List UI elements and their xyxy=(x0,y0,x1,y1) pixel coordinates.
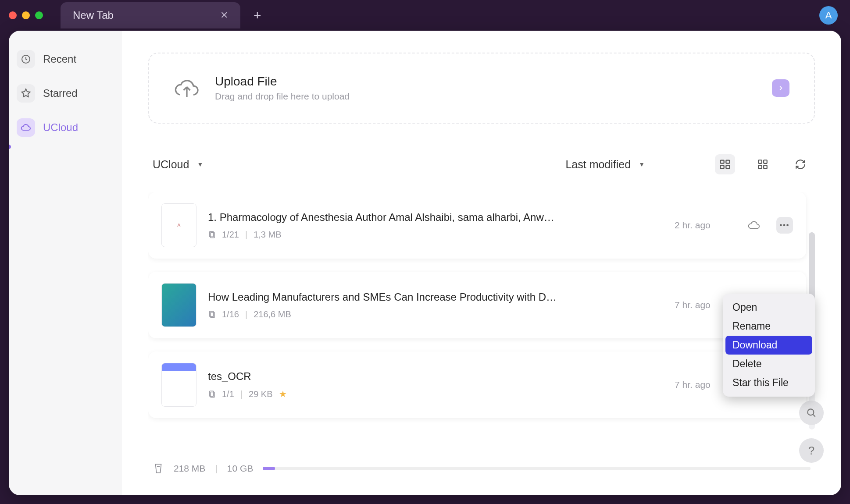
file-more-button[interactable]: ••• xyxy=(776,217,793,234)
file-thumbnail: A xyxy=(161,203,196,247)
storage-icon xyxy=(153,463,164,474)
file-size: 1,3 MB xyxy=(254,230,281,240)
pages-icon xyxy=(208,231,216,238)
sidebar-item-recent[interactable]: Recent xyxy=(17,48,114,70)
grid-view-button[interactable] xyxy=(753,154,773,174)
cloud-sync-icon xyxy=(747,220,765,231)
star-icon: ★ xyxy=(279,389,287,399)
file-size: 29 KB xyxy=(249,389,272,399)
sort-label: Last modified xyxy=(565,158,631,171)
svg-rect-7 xyxy=(758,165,762,169)
sidebar-item-ucloud[interactable]: UCloud xyxy=(17,117,114,138)
caret-down-icon: ▼ xyxy=(639,161,645,168)
svg-rect-5 xyxy=(758,160,762,163)
file-thumbnail xyxy=(161,283,196,327)
file-list: A 1. Pharmacology of Anesthesia Author A… xyxy=(148,192,815,451)
browser-tab[interactable]: New Tab ✕ xyxy=(61,2,240,28)
app-window: Recent Starred UCloud Upload File Drag a… xyxy=(9,31,841,495)
file-row[interactable]: tes_OCR 1/1 | 29 KB ★ 7 hr. ago ••• xyxy=(148,351,806,418)
tab-title: New Tab xyxy=(73,9,211,21)
storage-total: 10 GB xyxy=(227,463,254,474)
file-meta: 1/21 | 1,3 MB xyxy=(208,230,663,240)
file-info: tes_OCR 1/1 | 29 KB ★ xyxy=(208,370,663,399)
help-button[interactable]: ? xyxy=(799,438,824,463)
file-name: tes_OCR xyxy=(208,370,559,383)
meta-divider: | xyxy=(245,309,247,319)
cloud-icon xyxy=(17,118,35,137)
pages-icon xyxy=(208,390,216,398)
storage-bar: 218 MB | 10 GB xyxy=(148,459,815,478)
caret-down-icon: ▼ xyxy=(197,161,203,168)
cloud-upload-icon xyxy=(174,77,200,99)
menu-item-star[interactable]: Star this File xyxy=(725,373,812,392)
upload-dropzone[interactable]: Upload File Drag and drop file here to u… xyxy=(148,53,815,124)
star-icon xyxy=(17,84,35,103)
menu-item-delete[interactable]: Delete xyxy=(725,355,812,373)
meta-divider: | xyxy=(245,230,247,240)
svg-rect-8 xyxy=(764,165,767,169)
storage-divider: | xyxy=(215,463,217,474)
active-indicator-dot xyxy=(9,145,11,149)
file-pages: 1/21 xyxy=(222,230,239,240)
menu-item-open[interactable]: Open xyxy=(725,298,812,317)
upload-title: Upload File xyxy=(215,75,350,89)
maximize-window-button[interactable] xyxy=(35,11,43,19)
menu-item-rename[interactable]: Rename xyxy=(725,317,812,336)
storage-progress-fill xyxy=(263,467,275,470)
upload-expand-button[interactable] xyxy=(772,79,789,97)
storage-used: 218 MB xyxy=(174,463,205,474)
new-tab-button[interactable]: + xyxy=(254,8,261,23)
main-content: Upload File Drag and drop file here to u… xyxy=(122,31,841,495)
list-view-button[interactable] xyxy=(715,154,735,174)
svg-rect-2 xyxy=(721,165,724,168)
file-modified-time: 2 hr. ago xyxy=(675,220,736,231)
file-meta: 1/16 | 216,6 MB xyxy=(208,309,663,319)
minimize-window-button[interactable] xyxy=(22,11,30,19)
titlebar: New Tab ✕ + A xyxy=(0,0,850,31)
sidebar: Recent Starred UCloud xyxy=(9,31,122,495)
context-menu: Open Rename Download Delete Star this Fi… xyxy=(723,294,815,397)
refresh-button[interactable] xyxy=(790,154,811,174)
pages-icon xyxy=(208,310,216,318)
window-controls xyxy=(9,11,43,19)
file-thumbnail xyxy=(161,363,196,407)
location-label: UCloud xyxy=(153,158,189,171)
svg-rect-1 xyxy=(721,160,724,163)
file-info: 1. Pharmacology of Anesthesia Author Ama… xyxy=(208,211,663,240)
close-tab-button[interactable]: ✕ xyxy=(220,10,228,21)
close-window-button[interactable] xyxy=(9,11,17,19)
sort-dropdown[interactable]: Last modified ▼ xyxy=(565,158,645,171)
location-dropdown[interactable]: UCloud ▼ xyxy=(153,158,203,171)
file-size: 216,6 MB xyxy=(254,309,291,319)
upload-subtitle: Drag and drop file here to upload xyxy=(215,91,350,102)
storage-progress xyxy=(263,467,811,470)
svg-rect-3 xyxy=(726,160,729,163)
sidebar-item-starred[interactable]: Starred xyxy=(17,82,114,104)
file-row[interactable]: A 1. Pharmacology of Anesthesia Author A… xyxy=(148,192,806,259)
svg-point-15 xyxy=(807,409,814,415)
menu-item-download[interactable]: Download xyxy=(725,336,812,355)
search-button[interactable] xyxy=(799,401,824,425)
file-pages: 1/16 xyxy=(222,309,239,319)
sidebar-item-label: UCloud xyxy=(43,121,78,134)
file-meta: 1/1 | 29 KB ★ xyxy=(208,389,663,399)
svg-rect-6 xyxy=(764,160,767,163)
file-pages: 1/1 xyxy=(222,389,234,399)
avatar[interactable]: A xyxy=(819,6,838,25)
sidebar-item-label: Starred xyxy=(43,87,78,99)
meta-divider: | xyxy=(240,389,243,399)
file-row[interactable]: How Leading Manufacturers and SMEs Can I… xyxy=(148,272,806,338)
clock-icon xyxy=(17,50,35,68)
file-name: How Leading Manufacturers and SMEs Can I… xyxy=(208,291,559,303)
sidebar-item-label: Recent xyxy=(43,53,76,65)
avatar-letter: A xyxy=(825,10,832,21)
upload-text: Upload File Drag and drop file here to u… xyxy=(215,75,350,102)
file-name: 1. Pharmacology of Anesthesia Author Ama… xyxy=(208,211,559,224)
file-info: How Leading Manufacturers and SMEs Can I… xyxy=(208,291,663,319)
list-toolbar: UCloud ▼ Last modified ▼ xyxy=(148,154,815,174)
svg-rect-4 xyxy=(726,165,729,168)
